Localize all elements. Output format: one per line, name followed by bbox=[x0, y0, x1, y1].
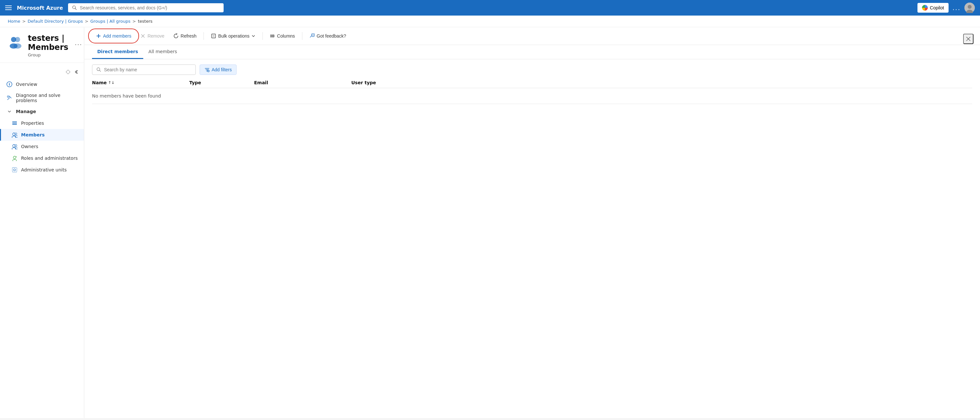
admin-units-icon bbox=[11, 167, 18, 173]
svg-point-3 bbox=[968, 5, 972, 9]
global-search-box[interactable] bbox=[68, 3, 224, 12]
feedback-label: Got feedback? bbox=[317, 33, 346, 38]
page-more-button[interactable]: ... bbox=[75, 40, 82, 46]
content-area: Add members Remove Refresh Bulk operatio… bbox=[84, 27, 980, 418]
svg-rect-14 bbox=[12, 121, 17, 122]
columns-icon bbox=[270, 33, 275, 38]
copilot-button[interactable]: Copilot bbox=[918, 3, 948, 13]
sidebar-item-diagnose[interactable]: Diagnose and solve problems bbox=[0, 90, 84, 106]
sidebar-collapse-button[interactable] bbox=[72, 68, 80, 76]
bulk-operations-chevron bbox=[251, 34, 255, 38]
add-filters-button[interactable]: Add filters bbox=[200, 65, 237, 75]
sidebar-section-manage: Manage bbox=[0, 106, 84, 117]
owners-icon bbox=[11, 143, 18, 150]
sidebar-label-manage: Manage bbox=[16, 109, 36, 114]
sidebar-label-members: Members bbox=[21, 132, 45, 137]
hamburger-menu[interactable] bbox=[5, 5, 12, 10]
top-nav-right: Copilot ... bbox=[918, 3, 975, 13]
breadcrumb-all-groups[interactable]: Groups | All groups bbox=[91, 19, 130, 24]
info-icon: i bbox=[6, 81, 13, 88]
feedback-icon bbox=[310, 33, 315, 38]
sidebar-label-properties: Properties bbox=[21, 121, 44, 126]
close-button[interactable] bbox=[963, 34, 974, 44]
diamond-icon bbox=[66, 70, 70, 74]
add-members-button[interactable]: Add members bbox=[92, 31, 135, 41]
remove-button[interactable]: Remove bbox=[137, 31, 168, 41]
tab-all-members[interactable]: All members bbox=[143, 45, 182, 59]
search-box[interactable] bbox=[92, 65, 196, 75]
tab-direct-members[interactable]: Direct members bbox=[92, 45, 143, 59]
page-title: testers | Members bbox=[28, 34, 68, 52]
brand-name: Microsoft Azure bbox=[17, 5, 63, 11]
toolbar-separator-1 bbox=[204, 32, 204, 40]
sidebar: testers | Members ... Group i Overview bbox=[0, 27, 84, 418]
wrench-icon bbox=[6, 95, 13, 101]
remove-label: Remove bbox=[148, 33, 164, 38]
page-header: testers | Members ... Group bbox=[0, 27, 84, 63]
members-table: Name ↑↓ Type Email User type No members … bbox=[84, 78, 980, 104]
sidebar-label-owners: Owners bbox=[21, 144, 38, 149]
sidebar-item-admin-units[interactable]: Administrative units bbox=[0, 164, 84, 176]
svg-point-29 bbox=[14, 169, 16, 171]
toolbar-separator-3 bbox=[302, 32, 302, 40]
sidebar-item-roles[interactable]: Roles and administrators bbox=[0, 152, 84, 164]
members-icon bbox=[11, 132, 18, 138]
add-filters-label: Add filters bbox=[212, 67, 232, 72]
more-options-button[interactable]: ... bbox=[953, 4, 961, 12]
svg-point-26 bbox=[13, 159, 16, 161]
sidebar-label-roles: Roles and administrators bbox=[21, 156, 78, 161]
svg-rect-28 bbox=[12, 167, 17, 172]
properties-icon bbox=[11, 120, 18, 126]
sidebar-header bbox=[0, 63, 84, 78]
breadcrumb-current: testers bbox=[138, 19, 152, 24]
add-members-circle-annotation: Add members bbox=[92, 31, 135, 41]
svg-point-45 bbox=[313, 35, 313, 35]
refresh-button[interactable]: Refresh bbox=[170, 31, 200, 41]
svg-point-0 bbox=[73, 6, 75, 9]
add-members-label: Add members bbox=[103, 33, 131, 38]
svg-rect-16 bbox=[12, 124, 17, 125]
svg-line-1 bbox=[75, 8, 76, 10]
roles-icon bbox=[11, 155, 18, 161]
sidebar-label-overview: Overview bbox=[16, 82, 37, 87]
copilot-label: Copilot bbox=[930, 5, 944, 10]
table-col-email: Email bbox=[254, 80, 351, 85]
breadcrumb: Home > Default Directory | Groups > Grou… bbox=[0, 16, 980, 27]
filter-icon bbox=[205, 67, 210, 72]
columns-button[interactable]: Columns bbox=[266, 31, 299, 41]
svg-point-6 bbox=[15, 37, 20, 42]
breadcrumb-dir-groups[interactable]: Default Directory | Groups bbox=[27, 19, 83, 24]
sidebar-label-diagnose: Diagnose and solve problems bbox=[16, 93, 79, 103]
toolbar: Add members Remove Refresh Bulk operatio… bbox=[84, 27, 980, 45]
feedback-button[interactable]: Got feedback? bbox=[305, 31, 350, 41]
top-navigation: Microsoft Azure Copilot ... bbox=[0, 0, 980, 16]
search-filter-row: Add filters bbox=[84, 59, 980, 78]
search-icon bbox=[96, 67, 102, 72]
main-layout: testers | Members ... Group i Overview bbox=[0, 27, 980, 418]
sidebar-item-overview[interactable]: i Overview bbox=[0, 78, 84, 90]
table-col-type: Type bbox=[189, 80, 254, 85]
svg-line-48 bbox=[100, 70, 101, 72]
breadcrumb-sep-1: > bbox=[22, 19, 25, 24]
breadcrumb-sep-2: > bbox=[85, 19, 89, 24]
sidebar-item-members[interactable]: Members bbox=[0, 129, 84, 141]
svg-line-11 bbox=[8, 97, 10, 100]
copilot-icon bbox=[922, 5, 928, 11]
refresh-label: Refresh bbox=[180, 33, 196, 38]
bulk-operations-label: Bulk operations bbox=[218, 33, 250, 38]
chevron-down-icon bbox=[6, 108, 13, 115]
svg-point-44 bbox=[312, 35, 313, 35]
sort-icon-name: ↑↓ bbox=[108, 80, 115, 85]
global-search-input[interactable] bbox=[80, 5, 220, 10]
avatar[interactable] bbox=[964, 3, 975, 13]
bulk-operations-button[interactable]: Bulk operations bbox=[207, 31, 259, 41]
breadcrumb-sep-3: > bbox=[132, 19, 136, 24]
sidebar-item-owners[interactable]: Owners bbox=[0, 141, 84, 152]
sidebar-item-properties[interactable]: Properties bbox=[0, 117, 84, 129]
tabs: Direct members All members bbox=[84, 45, 980, 59]
search-input[interactable] bbox=[104, 67, 191, 72]
svg-text:i: i bbox=[9, 82, 10, 86]
page-subtitle: Group bbox=[28, 52, 82, 57]
breadcrumb-home[interactable]: Home bbox=[8, 19, 20, 24]
table-col-name[interactable]: Name ↑↓ bbox=[92, 80, 189, 85]
